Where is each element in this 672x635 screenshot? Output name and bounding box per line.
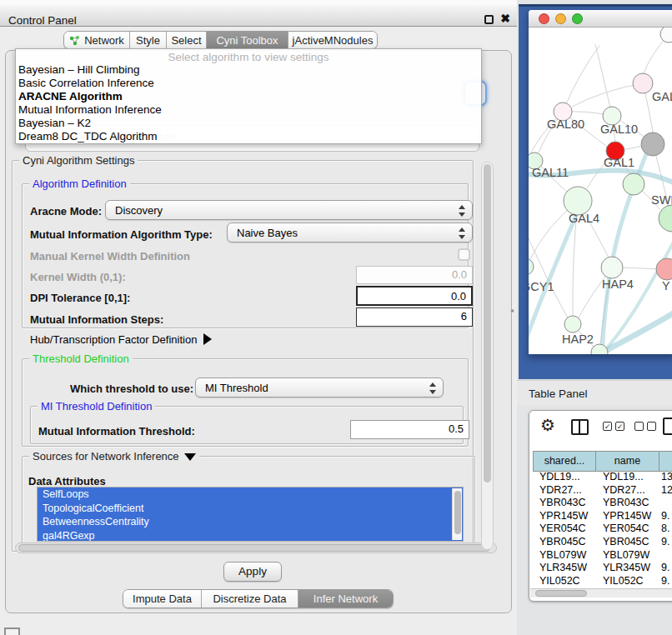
columns-icon[interactable] [571, 419, 589, 435]
algorithm-option[interactable]: Bayesian – K2 [16, 117, 481, 130]
deselect-all-checkboxes-icon[interactable] [634, 422, 656, 431]
minimized-panel-icon[interactable] [4, 628, 20, 635]
column-header-3[interactable]: A [659, 452, 672, 471]
table-cell: 9. [659, 575, 672, 588]
table-cell [659, 497, 672, 510]
column-header-2[interactable]: name [596, 452, 659, 471]
kernel-width-field[interactable]: 0.0 [356, 266, 473, 284]
network-node[interactable] [623, 173, 644, 195]
table-cell: 9. [659, 536, 672, 549]
tab-cyni-toolbox[interactable]: Cyni Toolbox [206, 32, 288, 48]
table-row[interactable]: YBR043CYBR043C [533, 497, 672, 510]
scrollbar-thumb[interactable] [535, 590, 587, 597]
table-row[interactable]: YDR27...YDR27...12 [533, 484, 672, 498]
network-canvas[interactable]: GALGAL80GAL10GAL1GAL11SWI4GAL4GCY1HAP4YH… [529, 28, 672, 354]
table-cell: 13 [659, 471, 672, 484]
expand-right-icon [203, 333, 212, 345]
tab-network[interactable]: Network [64, 32, 129, 48]
algorithm-option[interactable]: Mutual Information Inference [16, 103, 481, 117]
tab-label: Select [171, 34, 201, 47]
network-node[interactable] [659, 205, 672, 232]
network-view-window[interactable]: GALGAL80GAL10GAL1GAL11SWI4GAL4GCY1HAP4YH… [529, 10, 672, 354]
data-attribute-item[interactable]: TopologicalCoefficient [38, 502, 463, 516]
settings-vertical-scrollbar[interactable] [481, 162, 494, 550]
network-node[interactable] [591, 344, 608, 354]
network-edge[interactable] [595, 44, 612, 116]
table-horizontal-scrollbar[interactable] [530, 588, 672, 598]
mi-algorithm-type-combobox[interactable]: Naive Bayes [227, 222, 473, 242]
table-row[interactable]: YDL19...YDL19...13 [533, 471, 672, 484]
table-row[interactable]: YLR345WYLR345W9. [533, 562, 672, 575]
bottom-tab-infer-network[interactable]: Infer Network [298, 590, 393, 608]
scrollbar-thumb[interactable] [484, 164, 491, 482]
close-icon[interactable]: ✖ [500, 12, 510, 25]
attributes-vertical-scrollbar[interactable] [452, 488, 462, 540]
table-row[interactable]: YBR045CYBR045C9. [533, 536, 672, 549]
node-label: Y [662, 279, 670, 292]
bottom-tab-impute-data[interactable]: Impute Data [123, 590, 201, 608]
aracne-mode-combobox[interactable]: Discovery [105, 200, 473, 220]
table-header[interactable]: shared...nameA [533, 451, 672, 472]
mi-threshold-field[interactable]: 0.5 [350, 420, 469, 439]
table-cell: YER054C [533, 522, 596, 536]
table-row[interactable]: YIL052CYIL052C9. [533, 575, 672, 588]
table-row[interactable]: YPR145WYPR145W9. [533, 510, 672, 523]
node-label: HAP4 [602, 278, 634, 291]
table-row[interactable]: YBL079WYBL079W [533, 549, 672, 562]
tab-label: jActiveMNodules [293, 34, 374, 47]
document-icon[interactable] [663, 418, 672, 435]
sources-title[interactable]: Sources for Network Inference [29, 450, 199, 462]
aracne-mode-value: Discovery [115, 204, 163, 217]
tab-label: Network [84, 34, 124, 47]
hub-definition-label: Hub/Transcription Factor Definition [30, 333, 197, 346]
algorithm-option[interactable]: Bayesian – Hill Climbing [16, 63, 481, 77]
network-node[interactable] [564, 187, 592, 215]
data-attribute-item[interactable]: gal4RGexp [38, 529, 463, 542]
algorithm-option[interactable]: ARACNE Algorithm [16, 90, 481, 103]
network-node[interactable] [641, 132, 664, 156]
data-attributes-list[interactable]: SelfLoopsTopologicalCoefficientBetweenne… [37, 487, 464, 542]
settings-horizontal-scrollbar[interactable] [15, 542, 497, 553]
algorithm-option[interactable]: Basic Correlation Inference [16, 77, 481, 90]
tab-select[interactable]: Select [166, 32, 206, 48]
dpi-tolerance-field[interactable]: 0.0 [356, 286, 473, 306]
algorithm-option[interactable]: Dream8 DC_TDC Algorithm [16, 130, 481, 143]
apply-button[interactable]: Apply [223, 562, 282, 582]
panel-divider-grip[interactable]: ◂ [510, 307, 517, 315]
float-window-icon[interactable] [484, 15, 494, 24]
table-row[interactable]: YER054CYER054C8. [533, 522, 672, 536]
gear-icon[interactable]: ⚙ [540, 415, 555, 435]
select-all-checkboxes-icon[interactable]: ✓ ✓ [603, 422, 624, 431]
table-cell: YDR27... [533, 484, 596, 498]
hub-definition-expander[interactable]: Hub/Transcription Factor Definition [30, 333, 212, 346]
network-edge[interactable] [529, 228, 569, 319]
data-attribute-item[interactable]: SelfLoops [38, 488, 463, 502]
table-cell: YBL079W [533, 549, 596, 562]
threshold-definition-title: Threshold Definition [29, 352, 133, 365]
node-label: GAL4 [569, 212, 599, 225]
tab-jactivemnodules[interactable]: jActiveMNodules [288, 32, 377, 48]
manual-kernel-checkbox[interactable] [458, 248, 470, 261]
column-header-1[interactable]: shared... [533, 452, 596, 471]
table-cell: YER054C [596, 522, 659, 536]
checked-checkbox-icon: ✓ [603, 422, 612, 431]
network-node[interactable] [660, 28, 672, 42]
dpi-tolerance-label: DPI Tolerance [0,1]: [30, 292, 130, 304]
network-node[interactable] [601, 257, 623, 278]
scrollbar-thumb[interactable] [454, 491, 461, 534]
network-node[interactable] [564, 316, 581, 332]
bottom-tab-discretize-data[interactable]: Discretize Data [201, 590, 298, 608]
close-traffic-light-icon[interactable] [539, 13, 549, 24]
mi-steps-field[interactable]: 6 [356, 308, 473, 327]
combobox-stepper-icon [458, 228, 465, 239]
tab-style[interactable]: Style [129, 32, 166, 48]
network-node[interactable] [529, 258, 534, 275]
data-attribute-item[interactable]: BetweennessCentrality [38, 515, 463, 529]
zoom-traffic-light-icon[interactable] [572, 13, 583, 24]
which-threshold-combobox[interactable]: MI Threshold [195, 378, 444, 398]
scrollbar-thumb[interactable] [18, 544, 490, 552]
table-cell: YBL079W [596, 549, 659, 562]
network-node[interactable] [633, 73, 653, 93]
network-node[interactable] [656, 258, 672, 280]
minimize-traffic-light-icon[interactable] [555, 13, 566, 24]
